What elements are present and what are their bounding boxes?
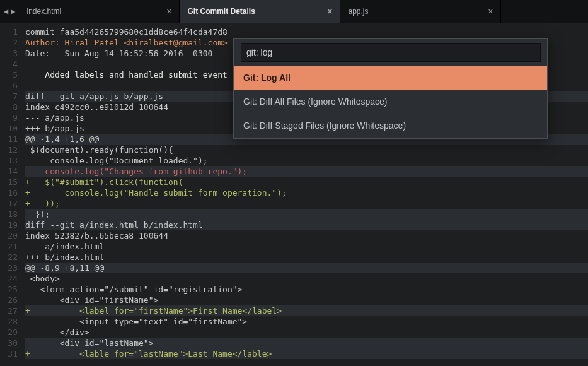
gutter-line-number: 25: [0, 284, 18, 295]
gutter-line-number: 5: [0, 69, 18, 80]
code-line: + <lable for="lastName">Last Name</lable…: [25, 348, 588, 359]
code-token: +++ b/index.html: [25, 252, 104, 262]
gutter-line-number: 7: [0, 91, 18, 102]
tab-label: index.html: [26, 7, 61, 16]
code-line: <body>: [25, 273, 588, 284]
code-line: index 523827b..65beca8 100644: [25, 230, 588, 241]
close-icon[interactable]: ×: [488, 7, 493, 16]
code-token: });: [25, 210, 50, 219]
gutter-line-number: 21: [0, 241, 18, 252]
tab-strip: index.html×Git Commit Details×app.js×: [19, 0, 588, 23]
code-token: @@ -1,4 +1,6 @@: [25, 134, 99, 144]
tab[interactable]: Git Commit Details×: [180, 0, 340, 23]
gutter-line-number: 18: [0, 209, 18, 220]
gutter-line-number: 29: [0, 327, 18, 338]
command-palette-item[interactable]: Git: Diff Staged Files (Ignore Whitespac…: [234, 114, 547, 138]
gutter-line-number: 9: [0, 112, 18, 123]
nav-arrows: ◀ ▶: [0, 0, 19, 23]
code-token: Author: Hiral Patel <hiralbest@gmail.com…: [25, 38, 228, 47]
code-token: --- a/app.js: [25, 113, 84, 122]
code-line: commit faa5d44265799680c1dd8ce64f4cda47d…: [25, 27, 588, 37]
close-icon[interactable]: ×: [166, 7, 171, 16]
code-line: diff --git a/index.html b/index.html: [25, 220, 588, 230]
gutter-line-number: 31: [0, 348, 18, 359]
gutter-line-number: 4: [0, 59, 18, 69]
code-line: +++ b/index.html: [25, 252, 588, 263]
code-line: <input type="text" id="firstName">: [25, 316, 588, 327]
code-token: index 523827b..65beca8 100644: [25, 231, 168, 240]
code-token: console.log("Document loaded.");: [25, 156, 208, 165]
gutter-line-number: 17: [0, 198, 18, 209]
code-line: + $("#submit").click(function(: [25, 177, 588, 187]
nav-forward-icon[interactable]: ▶: [11, 7, 15, 16]
command-palette-list: Git: Log AllGit: Diff All Files (Ignore …: [234, 66, 547, 138]
close-icon[interactable]: ×: [327, 7, 332, 16]
gutter-line-number: 20: [0, 230, 18, 241]
code-line: --- a/index.html: [25, 241, 588, 252]
gutter-line-number: 12: [0, 145, 18, 155]
code-line: <div id="lastName">: [25, 338, 588, 348]
code-token: Added labels and handled submit event: [25, 70, 228, 80]
topbar: ◀ ▶ index.html×Git Commit Details×app.js…: [0, 0, 588, 23]
tab-label: Git Commit Details: [187, 7, 255, 16]
code-line: </div>: [25, 327, 588, 338]
gutter-line-number: 13: [0, 155, 18, 166]
tab[interactable]: app.js×: [340, 0, 501, 23]
code-token: $(document).ready(function(){: [25, 145, 173, 155]
tab[interactable]: index.html×: [19, 0, 180, 23]
gutter-line-number: 6: [0, 80, 18, 91]
code-token: - console.log("Changes from github repo.…: [25, 167, 247, 176]
code-line: });: [25, 209, 588, 220]
gutter: 1234567891011121314151617181920212223242…: [0, 23, 21, 366]
gutter-line-number: 14: [0, 166, 18, 177]
gutter-line-number: 26: [0, 295, 18, 305]
code-token: Date: Sun Aug 14 16:52:56 2016 -0300: [25, 49, 212, 58]
code-line: + console.log("Handle submit form operat…: [25, 187, 588, 198]
nav-back-icon[interactable]: ◀: [4, 7, 8, 16]
code-token: <div id="lastName">: [25, 338, 154, 348]
code-token: @@ -8,9 +8,11 @@: [25, 263, 104, 273]
command-palette-item[interactable]: Git: Log All: [234, 66, 547, 90]
command-palette-input[interactable]: [241, 43, 541, 62]
code-token: <form action="/submit" id="registration"…: [25, 285, 242, 294]
code-token: diff --git a/app.js b/app.js: [25, 92, 163, 101]
gutter-line-number: 22: [0, 252, 18, 263]
code-token: + <lable for="lastName">Last Name</lable…: [25, 349, 272, 358]
code-line: <form action="/submit" id="registration"…: [25, 284, 588, 295]
gutter-line-number: 19: [0, 220, 18, 230]
gutter-line-number: 1: [0, 27, 18, 37]
code-token: + console.log("Handle submit form operat…: [25, 188, 287, 198]
code-token: <body>: [25, 274, 60, 283]
gutter-line-number: 15: [0, 177, 18, 187]
tab-label: app.js: [348, 7, 368, 16]
gutter-line-number: 16: [0, 187, 18, 198]
gutter-line-number: 8: [0, 102, 18, 112]
gutter-line-number: 24: [0, 273, 18, 284]
code-line: + ));: [25, 198, 588, 209]
gutter-line-number: 11: [0, 134, 18, 145]
gutter-line-number: 27: [0, 305, 18, 316]
gutter-line-number: 28: [0, 316, 18, 327]
code-line: + <label for="firstName">First Name</lab…: [25, 305, 588, 316]
code-token: + <label for="firstName">First Name</lab…: [25, 306, 282, 316]
gutter-line-number: 30: [0, 338, 18, 348]
code-token: + $("#submit").click(function(: [25, 177, 183, 187]
code-token: diff --git a/index.html b/index.html: [25, 220, 203, 230]
code-line: $(document).ready(function(){: [25, 145, 588, 155]
code-token: --- a/index.html: [25, 242, 104, 251]
command-palette: Git: Log AllGit: Diff All Files (Ignore …: [233, 38, 548, 139]
code-token: commit faa5d44265799680c1dd8ce64f4cda47d…: [25, 27, 228, 37]
code-token: + ));: [25, 199, 60, 208]
code-line: console.log("Document loaded.");: [25, 155, 588, 166]
gutter-line-number: 2: [0, 37, 18, 48]
code-token: index c492cc0..e91012d 100644: [25, 102, 168, 112]
code-token: <input type="text" id="firstName">: [25, 317, 247, 326]
command-palette-input-wrap: [234, 39, 547, 66]
code-token: <div id="firstName">: [25, 295, 158, 305]
gutter-line-number: 23: [0, 263, 18, 273]
code-line: <div id="firstName">: [25, 295, 588, 305]
code-line: - console.log("Changes from github repo.…: [25, 166, 588, 177]
gutter-line-number: 10: [0, 123, 18, 134]
command-palette-item[interactable]: Git: Diff All Files (Ignore Whitespace): [234, 90, 547, 114]
code-token: +++ b/app.js: [25, 124, 84, 133]
